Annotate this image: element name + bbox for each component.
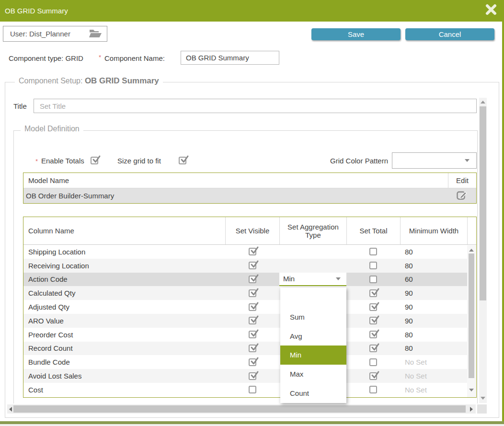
model-row[interactable]: OB Order Builder-Summary	[23, 188, 476, 203]
set-visible-cell[interactable]	[225, 286, 279, 300]
scrollbar-thumb[interactable]	[469, 253, 474, 378]
set-aggregation-cell[interactable]	[279, 259, 346, 273]
dropdown-blank-option[interactable]	[280, 288, 346, 308]
size-grid-to-fit-checkbox[interactable]	[179, 157, 186, 164]
dropdown-option-min[interactable]: Min	[280, 345, 346, 365]
column-row[interactable]: Preorder Cost80	[23, 328, 467, 342]
minimum-width-cell[interactable]: No Set	[400, 355, 467, 369]
set-visible-cell[interactable]	[225, 259, 279, 273]
checked-checkbox-icon[interactable]	[249, 358, 256, 366]
column-row[interactable]: Calculated Qty90	[23, 286, 467, 300]
checked-checkbox-icon[interactable]	[249, 372, 256, 380]
user-selector[interactable]: User: Dist_Planner	[3, 26, 107, 42]
minimum-width-cell[interactable]: No Set	[400, 369, 467, 383]
scrollbar-thumb[interactable]	[480, 106, 486, 300]
cancel-button[interactable]: Cancel	[405, 28, 494, 40]
column-row[interactable]: Bundle CodeNo Set	[23, 355, 467, 369]
checked-checkbox-icon[interactable]	[249, 289, 256, 297]
set-total-cell[interactable]	[346, 273, 400, 287]
checked-checkbox-icon[interactable]	[249, 345, 256, 352]
minimum-width-cell[interactable]: 90	[400, 314, 467, 328]
open-folder-icon[interactable]	[89, 29, 102, 39]
unchecked-checkbox-icon[interactable]	[369, 276, 377, 283]
scroll-right-icon[interactable]	[470, 407, 473, 412]
checked-checkbox-icon[interactable]	[369, 345, 377, 352]
scroll-down-icon[interactable]	[481, 397, 485, 400]
checked-checkbox-icon[interactable]	[249, 317, 256, 324]
column-row[interactable]: Action CodeMin60	[23, 273, 467, 287]
column-row[interactable]: Record Count80	[23, 342, 467, 356]
checked-checkbox-icon[interactable]	[249, 276, 256, 283]
set-total-cell[interactable]	[346, 245, 400, 259]
set-total-cell[interactable]	[346, 314, 400, 328]
unchecked-checkbox-icon[interactable]	[369, 262, 377, 269]
title-input[interactable]	[34, 99, 477, 113]
set-visible-cell[interactable]	[225, 342, 279, 356]
column-row[interactable]: Adjusted Qty90	[23, 300, 467, 314]
scrollbar-thumb[interactable]	[13, 405, 466, 413]
set-total-cell[interactable]	[346, 328, 400, 342]
minimum-width-cell[interactable]: 90	[400, 286, 467, 300]
dropdown-option-sum[interactable]: Sum	[280, 308, 346, 327]
unchecked-checkbox-icon[interactable]	[249, 386, 256, 393]
minimum-width-cell[interactable]: No Set	[400, 383, 467, 397]
checked-checkbox-icon[interactable]	[369, 372, 377, 380]
minimum-width-cell[interactable]: 60	[400, 273, 467, 287]
minimum-width-cell[interactable]: 90	[400, 300, 467, 314]
edit-model-button[interactable]	[448, 190, 476, 202]
set-total-cell[interactable]	[346, 286, 400, 300]
set-visible-cell[interactable]	[225, 369, 279, 383]
set-total-cell[interactable]	[346, 342, 400, 356]
scroll-up-icon[interactable]	[469, 249, 474, 252]
columns-table-vertical-scrollbar[interactable]	[467, 245, 476, 397]
set-aggregation-cell[interactable]	[279, 245, 346, 259]
dropdown-option-count[interactable]: Count	[280, 383, 346, 403]
set-total-cell[interactable]	[346, 383, 400, 397]
checked-checkbox-icon[interactable]	[369, 317, 377, 324]
save-button[interactable]: Save	[311, 28, 401, 40]
set-visible-cell[interactable]	[225, 355, 279, 369]
scroll-up-icon[interactable]	[481, 101, 485, 104]
checked-checkbox-icon[interactable]	[249, 331, 256, 338]
column-row[interactable]: CostNo Set	[23, 383, 467, 397]
dropdown-option-avg[interactable]: Avg	[280, 327, 346, 346]
aggregation-select[interactable]: Min	[279, 273, 346, 287]
checked-checkbox-icon[interactable]	[369, 331, 377, 338]
unchecked-checkbox-icon[interactable]	[369, 386, 377, 393]
minimum-width-cell[interactable]: 80	[400, 245, 467, 259]
panel-vertical-scrollbar[interactable]	[479, 98, 487, 403]
column-row[interactable]: Receiving Location80	[23, 259, 467, 273]
scroll-left-icon[interactable]	[9, 407, 12, 412]
checked-checkbox-icon[interactable]	[249, 262, 256, 269]
set-total-cell[interactable]	[346, 369, 400, 383]
component-name-input[interactable]	[181, 51, 279, 65]
column-row[interactable]: ARO Value90	[23, 314, 467, 328]
set-aggregation-cell[interactable]: Min	[279, 273, 346, 287]
panel-horizontal-scrollbar[interactable]	[7, 404, 476, 414]
set-visible-cell[interactable]	[225, 328, 279, 342]
set-total-cell[interactable]	[346, 259, 400, 273]
scroll-down-icon[interactable]	[469, 389, 474, 391]
checked-checkbox-icon[interactable]	[369, 289, 377, 297]
column-row[interactable]: Shipping Location80	[23, 245, 467, 259]
set-visible-cell[interactable]	[225, 245, 279, 259]
close-button[interactable]	[483, 3, 499, 18]
column-row[interactable]: Avoid Lost SalesNo Set	[23, 369, 467, 383]
checked-checkbox-icon[interactable]	[369, 303, 377, 311]
set-visible-cell[interactable]	[225, 383, 279, 397]
unchecked-checkbox-icon[interactable]	[369, 358, 377, 366]
enable-totals-checkbox[interactable]	[91, 157, 98, 164]
set-visible-cell[interactable]	[225, 273, 279, 287]
minimum-width-cell[interactable]: 80	[400, 259, 467, 273]
unchecked-checkbox-icon[interactable]	[369, 248, 377, 255]
minimum-width-cell[interactable]: 80	[400, 342, 467, 356]
checked-checkbox-icon[interactable]	[249, 248, 256, 255]
set-total-cell[interactable]	[346, 300, 400, 314]
set-visible-cell[interactable]	[225, 300, 279, 314]
minimum-width-cell[interactable]: 80	[400, 328, 467, 342]
checked-checkbox-icon[interactable]	[249, 303, 256, 311]
set-visible-cell[interactable]	[225, 314, 279, 328]
dropdown-option-max[interactable]: Max	[280, 365, 346, 384]
set-total-cell[interactable]	[346, 355, 400, 369]
grid-color-pattern-dropdown[interactable]	[392, 152, 477, 169]
